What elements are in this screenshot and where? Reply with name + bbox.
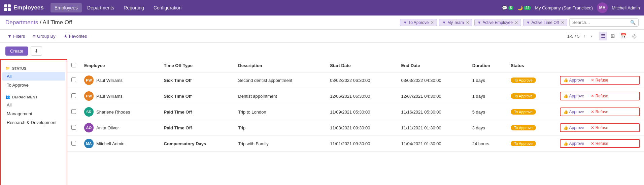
moon-count: 22 <box>524 6 531 10</box>
next-page-button[interactable]: › <box>589 33 594 39</box>
row-checkbox-4[interactable] <box>71 141 76 146</box>
breadcrumb-separator: / <box>40 19 43 26</box>
breadcrumb-current: All Time Off <box>43 19 72 26</box>
chat-notification[interactable]: 💬 5 <box>502 5 514 10</box>
approve-button-2[interactable]: 👍 Approve <box>562 109 585 115</box>
select-all-checkbox[interactable] <box>71 63 76 67</box>
filter-funnel-icon: ▼ <box>7 34 12 39</box>
avatar[interactable]: MA <box>597 2 608 13</box>
toolbar-left: ▼ Filters ≡ Group By ★ Favorites <box>5 32 89 40</box>
create-button[interactable]: Create <box>5 47 28 56</box>
list-view-button[interactable]: ☰ <box>599 32 607 40</box>
row-checkbox-2[interactable] <box>71 109 76 114</box>
table-row: SR Sharlene Rhodes Paid Time Off Trip to… <box>67 104 644 120</box>
view-toggle: ☰ ⊞ 📅 ◎ <box>599 32 639 40</box>
approve-button-4[interactable]: 👍 Approve <box>562 141 585 147</box>
time-off-type-4: Compensatory Days <box>160 136 234 152</box>
favorites-button[interactable]: ★ Favorites <box>62 32 89 40</box>
filters-label: Filters <box>13 34 25 39</box>
approve-button-3[interactable]: 👍 Approve <box>562 125 585 131</box>
refuse-button-0[interactable]: ✕ Refuse <box>589 77 609 83</box>
search-icon[interactable]: 🔍 <box>630 20 636 25</box>
people-icon: 👥 <box>5 95 10 99</box>
row-checkbox-0[interactable] <box>71 78 76 82</box>
user-name[interactable]: Mitchell Admin <box>612 5 640 10</box>
status-badge-4: To Approve <box>511 141 536 146</box>
download-icon: ⬇ <box>34 48 38 54</box>
table-row: MA Mitchell Admin Compensatory Days Trip… <box>67 136 644 152</box>
download-button[interactable]: ⬇ <box>31 46 42 56</box>
search-input[interactable] <box>572 20 629 25</box>
folder-icon: 📁 <box>5 66 10 70</box>
duration-2: 5 days <box>468 104 507 120</box>
filters-button[interactable]: ▼ Filters <box>5 32 27 40</box>
table-row: AO Anita Oliver Paid Time Off Trip 11/08… <box>67 120 644 136</box>
table-row: PW Paul Williams Sick Time Off Dentist a… <box>67 88 644 104</box>
filter-remove-to-approve[interactable]: ✕ <box>431 20 434 25</box>
filter-tag-active-employee[interactable]: ▼ Active Employee ✕ <box>474 19 521 26</box>
employee-cell-3: AO Anita Oliver <box>84 123 156 132</box>
company-name[interactable]: My Company (San Francisco) <box>535 5 593 10</box>
employee-name-3: Anita Oliver <box>96 125 119 130</box>
breadcrumb: Departments / All Time Off <box>5 19 72 26</box>
subheader: Departments / All Time Off ▼ To Approve … <box>0 16 644 30</box>
sidebar-dept-rd[interactable]: Research & Development <box>2 118 65 127</box>
time-off-type-3: Paid Time Off <box>160 120 234 136</box>
row-checkbox-3[interactable] <box>71 125 76 130</box>
refuse-button-2[interactable]: ✕ Refuse <box>589 109 609 115</box>
filter-remove-active-time-off[interactable]: ✕ <box>561 20 564 25</box>
action-bar: Create ⬇ <box>0 43 644 59</box>
row-checkbox-1[interactable] <box>71 93 76 98</box>
approve-button-1[interactable]: 👍 Approve <box>562 93 585 99</box>
sidebar-dept-rd-label: Research & Development <box>7 120 57 125</box>
sidebar: 📁 STATUS All To Approve 👥 DEPARTMENT All… <box>0 59 67 185</box>
sidebar-dept-management[interactable]: Management <box>2 110 65 118</box>
chat-count: 5 <box>508 6 514 10</box>
main-layout: 📁 STATUS All To Approve 👥 DEPARTMENT All… <box>0 59 644 185</box>
time-off-notification[interactable]: 🌙 22 <box>517 5 531 10</box>
filter-label-active-time-off: Active Time Off <box>532 20 559 25</box>
sidebar-dept-all[interactable]: All <box>2 101 65 109</box>
filter-tag-to-approve[interactable]: ▼ To Approve ✕ <box>400 19 437 26</box>
refuse-button-3[interactable]: ✕ Refuse <box>589 125 609 131</box>
app-logo[interactable]: Employees <box>4 4 44 11</box>
menu-departments[interactable]: Departments <box>83 3 118 12</box>
end-date-2: 11/16/2021 05:30:00 <box>397 104 468 120</box>
groupby-button[interactable]: ≡ Group By <box>31 32 58 40</box>
sidebar-status-all-label: All <box>7 74 11 79</box>
filter-tag-my-team[interactable]: ▼ My Team ✕ <box>439 19 472 26</box>
filter-label-active-employee: Active Employee <box>483 20 513 25</box>
filter-icon-2: ▼ <box>442 20 446 25</box>
filter-tag-active-time-off[interactable]: ▼ Active Time Off ✕ <box>523 19 567 26</box>
sidebar-status-all[interactable]: All <box>2 72 65 81</box>
chat-icon: 💬 <box>502 5 507 10</box>
kanban-view-button[interactable]: ⊞ <box>609 32 617 40</box>
prev-page-button[interactable]: ‹ <box>582 33 587 39</box>
favorites-label: Favorites <box>69 34 87 39</box>
action-buttons-0: 👍 Approve ✕ Refuse <box>560 76 640 85</box>
employee-name-0: Paul Williams <box>96 78 123 83</box>
calendar-view-button[interactable]: 📅 <box>618 32 629 40</box>
refuse-button-1[interactable]: ✕ Refuse <box>589 93 609 99</box>
employee-cell-0: PW Paul Williams <box>84 75 156 85</box>
filter-remove-my-team[interactable]: ✕ <box>466 20 469 25</box>
breadcrumb-parent[interactable]: Departments <box>5 19 38 26</box>
avatar-initials: MA <box>599 5 606 10</box>
sidebar-status-to-approve[interactable]: To Approve <box>2 81 65 89</box>
col-end-date: End Date <box>397 59 468 72</box>
refuse-button-4[interactable]: ✕ Refuse <box>589 141 609 147</box>
col-actions <box>556 59 644 72</box>
time-off-type-1: Sick Time Off <box>160 88 234 104</box>
graph-view-button[interactable]: ◎ <box>630 32 639 40</box>
employee-name-1: Paul Williams <box>96 94 123 99</box>
filter-icon-4: ▼ <box>526 20 530 25</box>
search-box[interactable]: 🔍 <box>569 18 639 27</box>
description-2: Trip to London <box>234 104 326 120</box>
menu-configuration[interactable]: Configuration <box>149 3 185 12</box>
menu-employees[interactable]: Employees <box>50 3 82 12</box>
filter-remove-active-employee[interactable]: ✕ <box>515 20 518 25</box>
approve-button-0[interactable]: 👍 Approve <box>562 77 585 83</box>
menu-reporting[interactable]: Reporting <box>120 3 148 12</box>
filter-icon: ▼ <box>403 20 407 25</box>
duration-4: 24 hours <box>468 136 507 152</box>
